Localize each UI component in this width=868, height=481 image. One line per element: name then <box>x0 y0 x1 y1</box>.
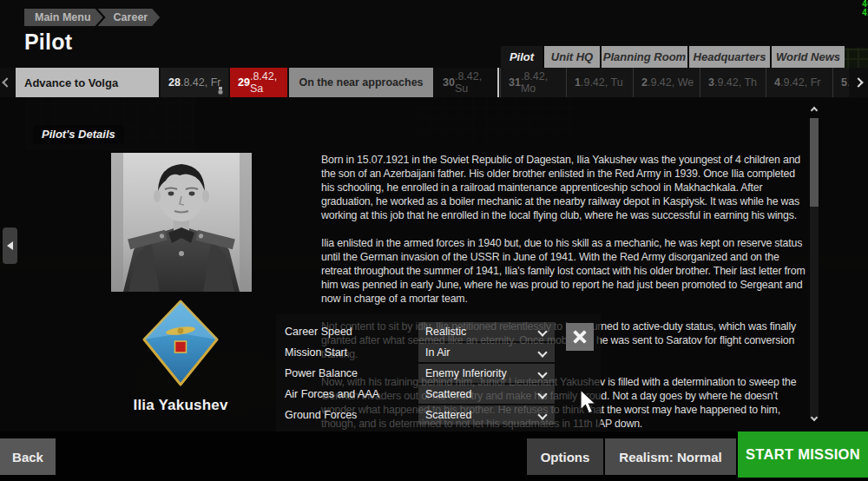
breadcrumb-main-menu[interactable]: Main Menu <box>24 9 103 26</box>
date-suffix: .8.42, Su <box>455 70 496 95</box>
timeline-date-30-8-42[interactable]: 30.8.42, Su <box>435 68 496 97</box>
tab-label: Pilot <box>510 50 534 63</box>
timeline-date-31-8-42[interactable]: 31.8.42, Mo <box>500 68 566 97</box>
date-day: 5 <box>841 76 847 89</box>
setting-row: Power Balance Enemy Inferiority <box>276 364 601 383</box>
date-day: 30 <box>443 76 455 89</box>
timeline-phase-name[interactable]: On the near approaches <box>289 68 433 97</box>
scroll-down-icon[interactable] <box>809 412 819 424</box>
dropdown-value: Scattered <box>425 388 472 400</box>
collapse-arrow-icon <box>7 241 13 250</box>
breadcrumb-career[interactable]: Career <box>98 9 161 26</box>
date-day: 4 <box>774 76 780 89</box>
chevron-down-icon <box>537 389 547 399</box>
chevron-down-icon <box>537 368 547 378</box>
chevron-right-icon <box>853 77 863 87</box>
date-day: 29 <box>238 76 250 89</box>
timeline-date-3-9-42[interactable]: 3.9.42, Th <box>700 68 766 97</box>
bio-paragraph: Born in 15.07.1921 in the Soviet Republi… <box>321 153 811 222</box>
air-forces-aaa-dropdown[interactable]: Scattered <box>418 385 555 404</box>
setting-label: Air Forces and AAA <box>285 385 379 404</box>
timeline-mission-name[interactable]: Advance to Volga <box>16 68 159 97</box>
setting-label: Mission Start <box>285 343 347 362</box>
dropdown-value: Enemy Inferiority <box>425 367 507 379</box>
power-balance-dropdown[interactable]: Enemy Inferiority <box>418 364 555 383</box>
pilot-name: Ilia Yakushev <box>102 397 259 414</box>
tab-unit-hq[interactable]: Unit HQ <box>544 46 600 68</box>
date-suffix: .8.42, Mo <box>521 70 566 95</box>
panel-collapse-button[interactable] <box>3 227 17 264</box>
setting-label: Power Balance <box>285 364 358 383</box>
tab-bar: Pilot Unit HQ Planning Room Headquarters… <box>501 46 845 68</box>
tab-label: World News <box>776 50 840 63</box>
footer-bar: Back Options Realism: Normal START MISSI… <box>0 432 868 481</box>
setting-row: Mission Start In Air <box>276 343 601 362</box>
pilot-badge-icon <box>141 299 220 387</box>
date-day: 3 <box>708 76 714 89</box>
tab-label: Headquarters <box>694 50 766 63</box>
timeline-scroll-right-button[interactable] <box>848 68 868 97</box>
tab-world-news[interactable]: World News <box>772 46 845 68</box>
date-suffix: .8.42, Fr <box>181 76 221 89</box>
scroll-up-icon[interactable] <box>809 104 819 116</box>
timeline-separator <box>497 68 499 97</box>
date-day: 31 <box>509 76 521 89</box>
pilot-portrait <box>111 153 252 292</box>
setting-row: Ground Forces Scattered <box>276 405 601 425</box>
breadcrumb-label: Main Menu <box>35 11 91 23</box>
chevron-down-icon <box>537 410 547 419</box>
breadcrumb: Main Menu Career <box>24 9 160 26</box>
timeline-date-28-8-42[interactable]: 28.8.42, Fr <box>161 68 228 97</box>
chevron-left-icon <box>2 77 11 87</box>
date-suffix: .8.42, Sa <box>250 70 287 95</box>
medal-icon <box>217 87 224 95</box>
start-mission-button[interactable]: START MISSION <box>738 432 868 478</box>
date-suffix: .9.42, Tu <box>581 76 623 89</box>
timeline-scroll-left-button[interactable] <box>0 68 14 97</box>
mouse-cursor-icon <box>578 389 597 415</box>
breadcrumb-label: Career <box>114 11 148 23</box>
date-day: 28 <box>168 76 181 89</box>
tab-planning-room[interactable]: Planning Room <box>602 46 687 68</box>
panel-header: Pilot's Details <box>33 125 124 144</box>
chevron-down-icon <box>537 326 547 336</box>
timeline-date-5-9-42[interactable]: 5.9 <box>832 68 849 97</box>
date-suffix: .9.42, Th <box>714 76 757 89</box>
timeline-date-4-9-42[interactable]: 4.9.42, Fr <box>766 68 832 97</box>
scrollbar-thumb[interactable] <box>810 118 819 207</box>
back-button[interactable]: Back <box>0 438 56 475</box>
mission-start-dropdown[interactable]: In Air <box>418 343 555 362</box>
page-title: Pilot <box>24 30 72 55</box>
dropdown-value: Realistic <box>425 326 466 338</box>
date-suffix: .9.42, Fr <box>780 76 821 89</box>
dialog-close-button[interactable] <box>566 323 594 351</box>
tab-headquarters[interactable]: Headquarters <box>689 46 770 68</box>
chevron-down-icon <box>537 347 547 357</box>
setting-label: Career Speed <box>285 322 352 341</box>
dropdown-value: In Air <box>425 346 450 359</box>
dropdown-value: Scattered <box>425 409 472 421</box>
tab-label: Planning Room <box>603 50 686 63</box>
options-button[interactable]: Options <box>527 438 603 475</box>
timeline-date-2-9-42[interactable]: 2.9.42, We <box>633 68 700 97</box>
tab-label: Unit HQ <box>551 50 593 63</box>
timeline-bar: Advance to Volga 28.8.42, Fr 29.8.42, Sa… <box>0 68 868 97</box>
date-suffix: .9.42, We <box>648 76 694 89</box>
timeline-date-1-9-42[interactable]: 1.9.42, Tu <box>566 68 633 97</box>
setting-row: Air Forces and AAA Scattered <box>276 385 601 404</box>
tab-pilot[interactable]: Pilot <box>501 46 542 68</box>
app-root: Main Menu Career Pilot 40 45 Pilot Unit … <box>0 0 868 481</box>
timeline-date-29-8-42-current[interactable]: 29.8.42, Sa <box>230 68 287 97</box>
setting-row: Career Speed Realistic <box>276 322 601 341</box>
mission-settings-dialog: Career Speed Realistic Mission Start In … <box>276 314 601 432</box>
date-day: 2 <box>641 76 648 89</box>
fps-value: 45 <box>862 9 868 17</box>
realism-button[interactable]: Realism: Normal <box>605 438 736 475</box>
ground-forces-dropdown[interactable]: Scattered <box>418 405 555 425</box>
date-day: 1 <box>575 76 581 89</box>
career-speed-dropdown[interactable]: Realistic <box>418 322 555 341</box>
bio-paragraph: Ilia enlisted in the armed forces in 194… <box>321 236 811 306</box>
fps-counter: 40 45 <box>862 0 868 17</box>
setting-label: Ground Forces <box>285 405 357 425</box>
